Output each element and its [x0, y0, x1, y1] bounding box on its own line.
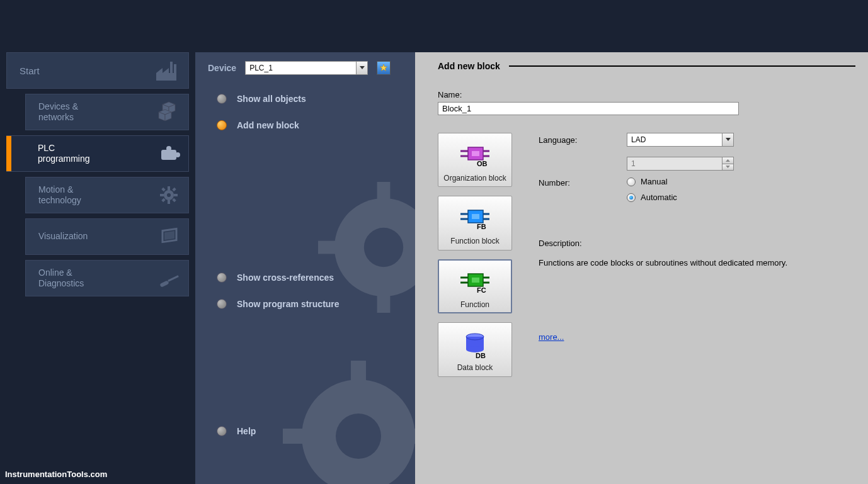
radio-automatic[interactable]: Automatic: [627, 193, 855, 202]
svg-text:OB: OB: [477, 160, 488, 167]
language-value: LAD: [627, 135, 722, 144]
fb-icon: FB: [441, 201, 509, 234]
block-type-db[interactable]: DB Data block: [438, 322, 512, 376]
svg-rect-11: [161, 150, 176, 160]
device-select[interactable]: PLC_1: [245, 61, 368, 75]
svg-text:FB: FB: [477, 223, 486, 230]
name-input[interactable]: [438, 102, 739, 115]
svg-rect-2: [174, 64, 176, 73]
block-type-fb[interactable]: FB Function block: [438, 196, 512, 250]
screwdriver-icon: [156, 265, 182, 291]
block-type-label: Data block: [441, 363, 509, 372]
name-label: Name:: [438, 90, 855, 99]
mid-item-label: Add new block: [237, 120, 299, 130]
svg-marker-68: [726, 138, 731, 141]
top-bar: [0, 0, 868, 52]
svg-rect-50: [472, 214, 479, 219]
panel-title: Add new block: [438, 61, 500, 71]
chevron-down-icon[interactable]: [356, 62, 367, 74]
svg-rect-39: [408, 429, 415, 444]
block-type-fc[interactable]: FC Function: [438, 259, 512, 313]
bullet-icon: [217, 273, 227, 283]
number-value: 1: [627, 159, 722, 168]
bullet-icon: [217, 426, 227, 436]
spinner-buttons: [722, 157, 733, 170]
gear-icon: [156, 182, 182, 208]
puzzle-icon: [156, 140, 182, 167]
bullet-icon: [217, 120, 227, 130]
chevron-up-icon: [722, 157, 733, 164]
cubes-icon: [156, 99, 182, 125]
nav-item-label: Motion & technology: [38, 184, 81, 206]
chevron-down-icon: [722, 164, 733, 171]
svg-marker-69: [726, 159, 730, 162]
more-link[interactable]: more...: [539, 332, 564, 342]
number-input: 1: [627, 157, 734, 171]
radio-label: Manual: [641, 177, 668, 186]
db-icon: DB: [441, 328, 509, 361]
nav-item-label: Online & Diagnostics: [38, 267, 84, 290]
svg-point-35: [336, 414, 381, 459]
mid-add-new-block[interactable]: Add new block: [217, 120, 403, 130]
mid-show-all[interactable]: Show all objects: [217, 94, 403, 104]
language-select[interactable]: LAD: [627, 133, 734, 147]
watermark: InstrumentationTools.com: [5, 470, 107, 479]
svg-rect-22: [172, 188, 176, 191]
svg-rect-38: [283, 429, 309, 444]
svg-rect-36: [351, 361, 366, 387]
right-panel: Add new block Name:: [415, 52, 868, 484]
nav-item-online-diag[interactable]: Online & Diagnostics: [25, 260, 189, 296]
svg-rect-32: [318, 241, 341, 254]
svg-text:DB: DB: [476, 352, 486, 359]
nav-item-label: Devices & networks: [38, 101, 78, 123]
radio-label: Automatic: [641, 193, 677, 202]
svg-rect-43: [472, 151, 479, 156]
nav-item-label: PLC programming: [38, 143, 89, 165]
nav-item-label: Visualization: [38, 231, 88, 242]
nav-item-plc-programming[interactable]: PLC programming: [6, 135, 189, 172]
svg-marker-3: [156, 68, 163, 73]
screen-icon: [156, 223, 182, 250]
radio-icon: [627, 193, 636, 202]
number-label: Number:: [539, 178, 627, 188]
svg-rect-27: [168, 275, 179, 281]
svg-marker-41: [380, 64, 387, 71]
radio-manual[interactable]: Manual: [627, 177, 855, 186]
bullet-icon: [217, 94, 227, 104]
svg-rect-16: [168, 186, 170, 190]
svg-rect-26: [159, 280, 169, 287]
radio-icon: [627, 177, 636, 186]
svg-point-15: [167, 193, 171, 197]
block-type-ob[interactable]: OB Organization block: [438, 133, 512, 187]
svg-point-12: [166, 146, 171, 151]
svg-marker-4: [163, 68, 169, 73]
middle-panel: Device PLC_1 Show all objects Add new bl: [195, 52, 415, 484]
bullet-icon: [217, 299, 227, 309]
block-type-label: Function: [441, 300, 509, 309]
description-text: Functions are code blocks or subroutines…: [539, 257, 855, 269]
svg-rect-21: [172, 198, 176, 202]
language-label: Language:: [539, 135, 627, 145]
svg-text:FC: FC: [477, 286, 486, 294]
svg-marker-70: [726, 166, 730, 168]
svg-rect-17: [168, 200, 170, 204]
svg-point-13: [175, 152, 180, 157]
svg-rect-18: [160, 194, 164, 196]
nav-item-visualization[interactable]: Visualization: [25, 218, 189, 255]
nav-item-devices[interactable]: Devices & networks: [25, 94, 189, 130]
nav-item-motion[interactable]: Motion & technology: [25, 177, 189, 213]
nav-start[interactable]: Start: [6, 52, 189, 89]
description-label: Description:: [539, 239, 855, 248]
svg-rect-57: [472, 278, 479, 283]
svg-rect-19: [174, 194, 178, 196]
svg-rect-1: [170, 62, 173, 73]
device-label: Device: [208, 63, 236, 73]
fc-icon: FC: [441, 265, 509, 298]
chevron-down-icon[interactable]: [722, 133, 733, 146]
svg-point-29: [364, 228, 403, 267]
svg-marker-40: [360, 66, 365, 69]
nav-start-label: Start: [20, 65, 40, 76]
mid-item-label: Show all objects: [237, 94, 306, 104]
device-wizard-button[interactable]: [377, 61, 391, 75]
svg-rect-25: [164, 231, 174, 240]
